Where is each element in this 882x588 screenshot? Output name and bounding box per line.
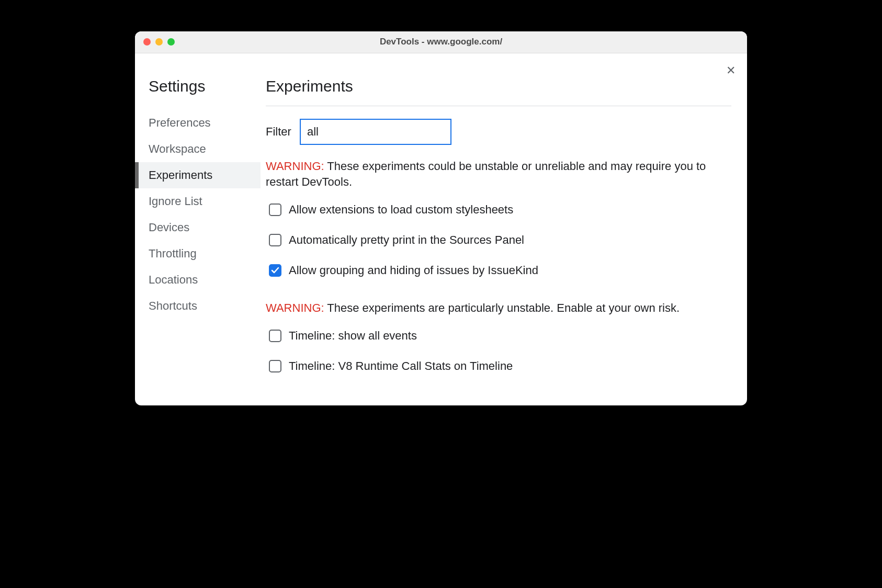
titlebar: DevTools - www.google.com/ <box>135 31 747 53</box>
sidebar-item-preferences[interactable]: Preferences <box>135 110 261 136</box>
devtools-window: DevTools - www.google.com/ ✕ Settings Pr… <box>135 31 747 405</box>
experiment-checkbox[interactable] <box>269 264 281 277</box>
sidebar-item-devices[interactable]: Devices <box>135 214 261 241</box>
sidebar-nav: PreferencesWorkspaceExperimentsIgnore Li… <box>135 110 261 319</box>
page-title: Experiments <box>266 77 731 95</box>
filter-row: Filter <box>266 119 731 145</box>
sidebar-item-throttling[interactable]: Throttling <box>135 241 261 267</box>
warning-prefix: WARNING: <box>266 160 324 173</box>
window-title: DevTools - www.google.com/ <box>135 37 747 47</box>
sidebar-item-locations[interactable]: Locations <box>135 267 261 293</box>
warning-text: These experiments could be unstable or u… <box>266 160 706 189</box>
minimize-window-button[interactable] <box>155 38 163 46</box>
sidebar-item-ignore-list[interactable]: Ignore List <box>135 188 261 214</box>
experiment-label: Automatically pretty print in the Source… <box>289 233 524 247</box>
experiment-item: Allow grouping and hiding of issues by I… <box>266 264 731 277</box>
experiment-label: Allow extensions to load custom styleshe… <box>289 203 513 217</box>
experiment-label: Allow grouping and hiding of issues by I… <box>289 264 538 277</box>
warning-prefix: WARNING: <box>266 301 324 314</box>
experiment-checkbox[interactable] <box>269 330 281 342</box>
close-window-button[interactable] <box>143 38 151 46</box>
experiment-checkbox[interactable] <box>269 360 281 372</box>
divider <box>266 106 731 106</box>
experiments-group-2: Timeline: show all eventsTimeline: V8 Ru… <box>266 329 731 373</box>
settings-sidebar: Settings PreferencesWorkspaceExperiments… <box>135 53 261 405</box>
warning-text: These experiments are particularly unsta… <box>324 301 680 314</box>
experiment-item: Allow extensions to load custom styleshe… <box>266 203 731 217</box>
close-settings-button[interactable]: ✕ <box>726 65 736 76</box>
window-body: ✕ Settings PreferencesWorkspaceExperimen… <box>135 53 747 405</box>
filter-label: Filter <box>266 125 291 139</box>
experiment-label: Timeline: V8 Runtime Call Stats on Timel… <box>289 359 513 373</box>
experiment-checkbox[interactable] <box>269 203 281 216</box>
settings-content: Experiments Filter WARNING: These experi… <box>261 53 747 405</box>
traffic-lights <box>143 38 175 46</box>
experiment-item: Timeline: show all events <box>266 329 731 343</box>
sidebar-item-experiments[interactable]: Experiments <box>135 162 261 188</box>
experiment-item: Automatically pretty print in the Source… <box>266 233 731 247</box>
experiment-item: Timeline: V8 Runtime Call Stats on Timel… <box>266 359 731 373</box>
maximize-window-button[interactable] <box>167 38 175 46</box>
sidebar-item-workspace[interactable]: Workspace <box>135 136 261 162</box>
experiments-group-1: Allow extensions to load custom styleshe… <box>266 203 731 277</box>
sidebar-title: Settings <box>135 77 261 95</box>
warning-unstable: WARNING: These experiments could be unst… <box>266 159 731 191</box>
experiment-label: Timeline: show all events <box>289 329 417 343</box>
experiment-checkbox[interactable] <box>269 234 281 246</box>
filter-input[interactable] <box>300 119 451 145</box>
sidebar-item-shortcuts[interactable]: Shortcuts <box>135 293 261 319</box>
warning-risky: WARNING: These experiments are particula… <box>266 300 731 316</box>
